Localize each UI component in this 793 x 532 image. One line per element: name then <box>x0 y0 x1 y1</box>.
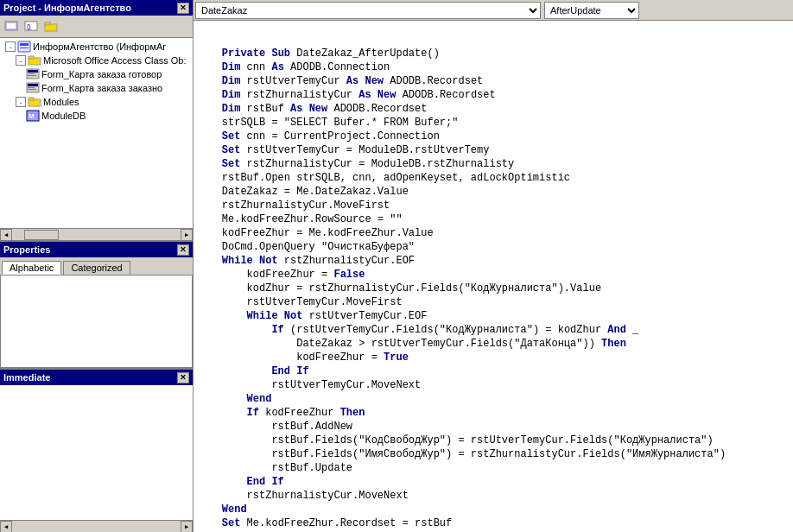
project-title: Project - ИнформАгентство <box>3 3 131 13</box>
immediate-content[interactable] <box>0 385 193 520</box>
svg-rect-6 <box>18 41 30 52</box>
view-object-btn[interactable] <box>2 18 21 35</box>
tree-form2[interactable]: Form_Карта заказа заказно <box>26 81 191 95</box>
code-text: rstZhurnalistyCur.MoveFirst <box>197 199 390 212</box>
code-text: kodFreeZhur = True <box>197 351 409 364</box>
code-text: Me.kodFreeZhur.RowSource = "" <box>197 212 403 226</box>
code-line: strSQLB = "SELECT Bufer.* FROM Bufer;" <box>197 116 790 130</box>
imm-scroll-right[interactable]: ▶ <box>181 521 193 532</box>
immediate-panel: Immediate ✕ ◀ ▶ <box>0 368 193 532</box>
view-code-btn[interactable]: {} <box>22 18 41 35</box>
code-text: Set cnn = CurrentProject.Connection <box>197 130 440 143</box>
code-text: rstBuf.Open strSQLB, cnn, adOpenKeyset, … <box>197 171 570 185</box>
svg-text:M: M <box>29 112 35 120</box>
code-panel: DateZakaz AfterUpdate Private Sub DateZa… <box>193 0 793 532</box>
svg-rect-10 <box>29 56 34 59</box>
tab-categorized[interactable]: Categorized <box>63 261 130 275</box>
code-line: If kodFreeZhur Then <box>197 406 790 420</box>
code-text: Wend <box>197 392 271 406</box>
code-text: rstUtverTemyCur.MoveFirst <box>197 295 403 309</box>
code-line: Dim cnn As ADODB.Connection <box>197 60 790 74</box>
project-close-btn[interactable]: ✕ <box>177 3 189 14</box>
svg-rect-7 <box>20 43 29 46</box>
code-text: While Not rstUtverTemyCur.EOF <box>197 309 427 323</box>
form2-label: Form_Карта заказа заказно <box>41 83 162 93</box>
code-line: Set rstZhurnalistyCur = ModuleDB.rstZhur… <box>197 157 790 171</box>
expand-root[interactable]: - <box>5 41 16 52</box>
code-text: Dim rstBuf As New ADODB.Recordset <box>197 102 427 116</box>
code-line: Set rstUtverTemyCur = ModuleDB.rstUtverT… <box>197 143 790 157</box>
immediate-title: Immediate <box>3 372 50 383</box>
moduledb-icon: M <box>26 110 40 122</box>
scroll-left-btn[interactable]: ◀ <box>0 229 12 241</box>
tree-access-folder[interactable]: - Microsoft Office Access Class Ob: <box>16 54 191 67</box>
expand-modules[interactable]: - <box>16 97 26 107</box>
code-line: rstBuf.Update <box>197 461 790 475</box>
imm-scroll-left[interactable]: ◀ <box>0 521 12 532</box>
folder-icon <box>28 54 41 66</box>
code-text: If kodFreeZhur Then <box>197 406 365 420</box>
code-line: rstZhurnalistyCur.MoveFirst <box>197 199 790 212</box>
properties-close-btn[interactable]: ✕ <box>177 244 189 256</box>
event-dropdown[interactable]: AfterUpdate <box>544 2 639 19</box>
tree-modules-folder[interactable]: - Modules <box>16 95 191 109</box>
code-text: kodZhur = rstZhurnalistyCur.Fields("КодЖ… <box>197 282 601 295</box>
moduledb-label: ModuleDB <box>41 111 86 121</box>
toggle-folders-btn[interactable] <box>41 18 60 35</box>
immediate-titlebar: Immediate ✕ <box>0 370 193 385</box>
tree-root-item[interactable]: - ИнформАгентство (ИнформАг <box>5 40 191 54</box>
code-text: Wend <box>197 503 247 516</box>
code-line: DoCmd.OpenQuery "ОчисткаБуфера" <box>197 240 790 254</box>
tab-alphabetic[interactable]: Alphabetic <box>2 261 61 275</box>
form2-icon <box>26 82 40 94</box>
left-panel: Project - ИнформАгентство ✕ {} - <box>0 0 193 532</box>
code-text: While Not rstZhurnalistyCur.EOF <box>197 254 415 268</box>
code-line: kodFreeZhur = True <box>197 351 790 364</box>
code-line: rstUtverTemyCur.MoveFirst <box>197 295 790 309</box>
svg-rect-13 <box>28 73 35 74</box>
code-line: End If <box>197 364 790 378</box>
code-line: While Not rstUtverTemyCur.EOF <box>197 309 790 323</box>
properties-panel: Properties ✕ Alphabetic Categorized <box>0 242 193 368</box>
db-icon <box>17 41 31 53</box>
code-line: Set cnn = CurrentProject.Connection <box>197 130 790 143</box>
code-text: End If <box>197 475 284 489</box>
code-line: rstZhurnalistyCur.MoveNext <box>197 489 790 503</box>
code-text: rstUtverTemyCur.MoveNext <box>197 378 421 392</box>
code-line: rstBuf.Open strSQLB, cnn, adOpenKeyset, … <box>197 171 790 185</box>
code-content[interactable]: Private Sub DateZakaz_AfterUpdate() Dim … <box>193 21 793 532</box>
code-line: kodFreeZhur = Me.kodFreeZhur.Value <box>197 226 790 240</box>
code-line: While Not rstZhurnalistyCur.EOF <box>197 254 790 268</box>
code-line: Dim rstBuf As New ADODB.Recordset <box>197 102 790 116</box>
project-toolbar: {} <box>0 16 193 38</box>
svg-rect-5 <box>45 22 50 25</box>
code-text: kodFreeZhur = False <box>197 268 365 282</box>
code-text: Dim rstZhurnalistyCur As New ADODB.Recor… <box>197 88 496 102</box>
svg-rect-17 <box>28 87 35 88</box>
object-dropdown[interactable]: DateZakaz <box>195 2 541 19</box>
form1-label: Form_Карта заказа готовор <box>41 69 162 79</box>
access-folder-label: Microsoft Office Access Class Ob: <box>43 55 186 66</box>
svg-rect-20 <box>29 98 34 100</box>
svg-text:{}: {} <box>27 23 31 30</box>
code-line: rstBuf.Fields("КодСвободЖур") = rstUtver… <box>197 434 790 447</box>
code-line: rstBuf.AddNew <box>197 420 790 434</box>
expand-access[interactable]: - <box>16 55 26 66</box>
scroll-thumb[interactable] <box>24 230 59 240</box>
immediate-close-btn[interactable]: ✕ <box>177 372 189 383</box>
tree-form1[interactable]: Form_Карта заказа готовор <box>26 67 191 81</box>
code-toolbar: DateZakaz AfterUpdate <box>193 0 793 21</box>
scroll-right-btn[interactable]: ▶ <box>181 229 193 241</box>
code-text: rstBuf.Fields("КодСвободЖур") = rstUtver… <box>197 434 714 447</box>
code-line: Dim rstZhurnalistyCur As New ADODB.Recor… <box>197 88 790 102</box>
tree-moduledb[interactable]: M ModuleDB <box>26 109 191 123</box>
code-line: Private Sub DateZakaz_AfterUpdate() <box>197 47 790 60</box>
project-scrollbar-x[interactable]: ◀ ▶ <box>0 228 193 240</box>
immediate-scrollbar-x[interactable]: ◀ ▶ <box>0 520 193 532</box>
project-panel: Project - ИнформАгентство ✕ {} - <box>0 0 193 242</box>
svg-rect-16 <box>28 84 38 86</box>
code-line: Wend <box>197 392 790 406</box>
code-line: If (rstUtverTemyCur.Fields("КодЖурналист… <box>197 323 790 337</box>
svg-rect-14 <box>28 75 36 76</box>
code-text: rstBuf.AddNew <box>197 420 352 434</box>
